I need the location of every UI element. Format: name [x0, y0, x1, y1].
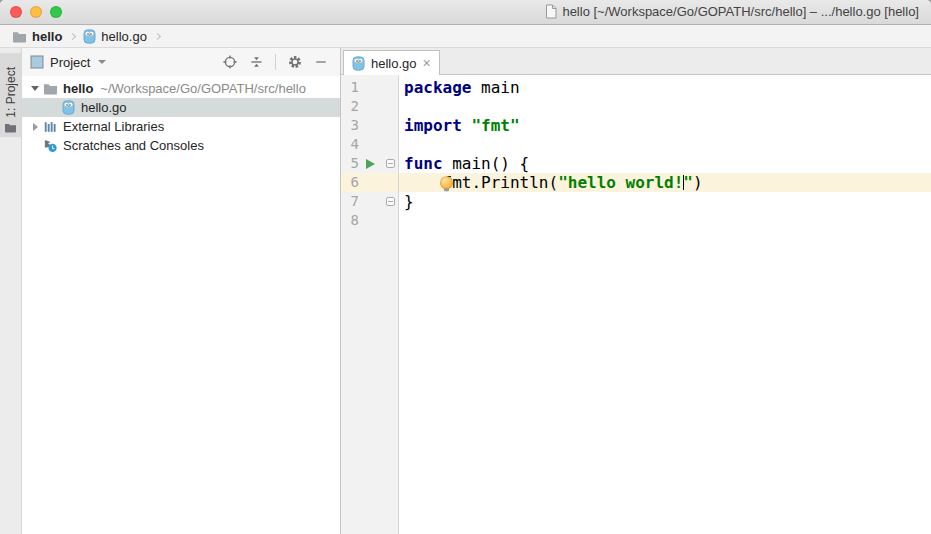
chevron-down-icon[interactable] [31, 86, 39, 91]
tree-row-hello[interactable]: hello~/Workspace/Go/GOPATH/src/hello [22, 79, 340, 98]
line-number: 6 [343, 173, 359, 192]
code-token: " [683, 173, 693, 192]
go-icon [83, 29, 96, 44]
window-title: hello [~/Workspace/Go/GOPATH/src/hello] … [562, 4, 919, 19]
editor-tab-bar[interactable]: hello.go × [341, 48, 931, 75]
tool-stripe-project-button[interactable]: 1: Project [0, 53, 21, 137]
main-area: 1: Project Project hello~/Workspace/Go/G… [0, 48, 931, 534]
code-token: main() { [443, 154, 530, 173]
intention-bulb-icon[interactable] [440, 176, 453, 189]
tab-hello-go[interactable]: hello.go × [343, 50, 440, 75]
line-number: 3 [343, 116, 359, 135]
gutter[interactable]: 6 [341, 173, 399, 192]
line-number: 5 [343, 154, 359, 173]
line-number: 1 [343, 78, 359, 97]
project-panel: Project hello~/Workspace/Go/GOPATH/src/h… [22, 48, 341, 534]
tab-close-icon[interactable]: × [423, 56, 431, 70]
code-line-1: 1package main [341, 78, 931, 97]
breadcrumb-label: hello [32, 29, 62, 44]
tool-window-stripe: 1: Project [0, 48, 22, 534]
minimize-window-button[interactable] [30, 6, 42, 18]
tree-row-external-libraries[interactable]: External Libraries [22, 117, 340, 136]
tree-item-label: Scratches and Consoles [63, 138, 204, 153]
fold-marker-icon[interactable] [386, 159, 395, 168]
code-token: "hello world! [558, 173, 683, 192]
libraries-icon [43, 120, 57, 134]
code-token: package [404, 78, 471, 97]
code-text[interactable] [399, 211, 931, 230]
gutter[interactable]: 8 [341, 211, 399, 230]
code-token: main [471, 78, 519, 97]
tool-stripe-project-label: 1: Project [4, 67, 18, 118]
collapse-all-icon[interactable] [249, 54, 264, 70]
editor-area: hello.go × 1package main23import "fmt"45… [341, 48, 931, 534]
code-text[interactable]: import "fmt" [399, 116, 931, 135]
code-text[interactable] [399, 135, 931, 154]
tree-item-label: External Libraries [63, 119, 164, 134]
code-token: fmt.Println( [443, 173, 559, 192]
document-proxy-icon[interactable] [545, 4, 557, 19]
gutter[interactable] [341, 230, 399, 534]
zoom-window-button[interactable] [50, 6, 62, 18]
code-line-3: 3import "fmt" [341, 116, 931, 135]
tree-item-label: hello [63, 81, 93, 96]
scratches-icon [43, 138, 58, 153]
hide-icon[interactable] [314, 54, 328, 70]
gutter[interactable]: 4 [341, 135, 399, 154]
code-text[interactable]: package main [399, 78, 931, 97]
breadcrumb: hellohello.go [0, 25, 931, 48]
code-token: func [404, 154, 443, 173]
code-token [404, 173, 443, 192]
code-token [462, 116, 472, 135]
tree-row-hello-go[interactable]: hello.go [22, 98, 340, 117]
gutter[interactable]: 1 [341, 78, 399, 97]
tree-item-path: ~/Workspace/Go/GOPATH/src/hello [100, 81, 306, 96]
folder-icon [4, 122, 17, 133]
line-number: 4 [343, 135, 359, 154]
project-panel-title[interactable]: Project [50, 55, 90, 70]
code-token: } [404, 192, 414, 211]
chevron-right-icon[interactable] [33, 123, 38, 131]
settings-icon[interactable] [287, 54, 303, 70]
code-line-7: 7} [341, 192, 931, 211]
toolbar-separator [275, 54, 276, 70]
window-title-group: hello [~/Workspace/Go/GOPATH/src/hello] … [545, 4, 919, 19]
code-text[interactable]: func main() { [399, 154, 931, 173]
tree-row-scratches-and-consoles[interactable]: Scratches and Consoles [22, 136, 340, 155]
code-text[interactable] [399, 97, 931, 116]
breadcrumb-item-hello-go[interactable]: hello.go [83, 29, 147, 44]
gutter[interactable]: 3 [341, 116, 399, 135]
chevron-down-icon[interactable] [98, 60, 106, 64]
tree-item-label: hello.go [81, 100, 127, 115]
code-text[interactable]: } [399, 192, 931, 211]
chevron-right-icon [154, 32, 161, 39]
line-number: 2 [343, 97, 359, 116]
title-bar[interactable]: hello [~/Workspace/Go/GOPATH/src/hello] … [0, 0, 931, 25]
gutter[interactable]: 5 [341, 154, 399, 173]
breadcrumb-label: hello.go [101, 29, 147, 44]
code-editor[interactable]: 1package main23import "fmt"45func main()… [341, 75, 931, 534]
traffic-lights [10, 6, 62, 18]
fold-marker-icon[interactable] [386, 197, 395, 206]
folder-icon [12, 30, 27, 43]
project-panel-header: Project [22, 48, 340, 76]
gutter[interactable]: 2 [341, 97, 399, 116]
code-line-6: 6 fmt.Println("hello world!") [341, 173, 931, 192]
code-line-5: 5func main() { [341, 154, 931, 173]
breadcrumb-item-hello[interactable]: hello [12, 29, 62, 44]
ide-window: hello [~/Workspace/Go/GOPATH/src/hello] … [0, 0, 931, 534]
go-icon [62, 100, 75, 115]
project-tool-window-icon [30, 55, 44, 69]
folder-icon [43, 82, 58, 95]
close-window-button[interactable] [10, 6, 22, 18]
locate-icon[interactable] [222, 54, 238, 70]
line-number: 7 [343, 192, 359, 211]
code-token: ) [693, 173, 703, 192]
code-line-4: 4 [341, 135, 931, 154]
code-text[interactable]: fmt.Println("hello world!") [399, 173, 931, 192]
project-tree: hello~/Workspace/Go/GOPATH/src/hellohell… [22, 76, 340, 155]
gutter[interactable]: 7 [341, 192, 399, 211]
run-main-icon[interactable] [366, 159, 375, 169]
code-token: "fmt" [471, 116, 519, 135]
code-line-2: 2 [341, 97, 931, 116]
